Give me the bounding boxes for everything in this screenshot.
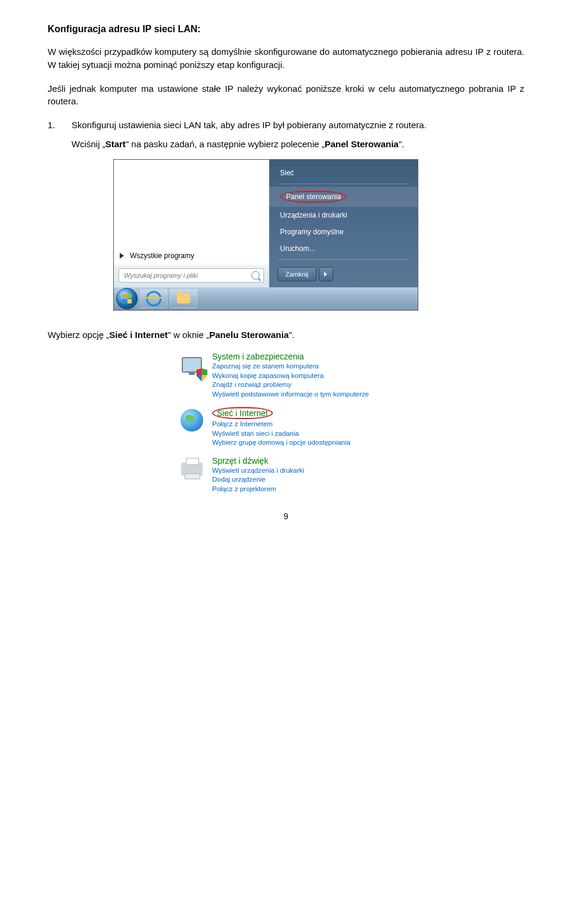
- control-panel-screenshot: System i zabezpieczenia Zapoznaj się ze …: [179, 352, 524, 494]
- red-oval-highlight: Sieć i Internet: [212, 407, 273, 419]
- taskbar-ie-button[interactable]: [140, 289, 167, 308]
- text: " w oknie „: [168, 330, 210, 340]
- cp-category-hardware[interactable]: Sprzęt i dźwięk Wyświetl urządzenia i dr…: [179, 456, 524, 494]
- ie-icon: [146, 291, 161, 306]
- startmenu-left-pane: Wszystkie programy: [114, 160, 269, 287]
- all-programs-item[interactable]: Wszystkie programy: [120, 249, 194, 262]
- after-menu-instruction: Wybierz opcję „Sieć i Internet" w oknie …: [48, 328, 524, 342]
- step-body: Skonfiguruj ustawienia sieci LAN tak, ab…: [72, 119, 524, 132]
- cp-network-icon: [179, 407, 205, 433]
- red-circle-highlight: Panel sterowania: [280, 191, 347, 203]
- cp-link[interactable]: Dodaj urządzenie: [212, 475, 304, 485]
- cp-hardware-title[interactable]: Sprzęt i dźwięk: [212, 456, 304, 466]
- separator: [278, 259, 409, 260]
- cp-link[interactable]: Wyświetl urządzenia i drukarki: [212, 466, 304, 476]
- page-number: 9: [48, 511, 524, 521]
- cp-network-text: Sieć i Internet Połącz z Internetem Wyśw…: [212, 407, 350, 448]
- shutdown-options-button[interactable]: [319, 267, 333, 281]
- text: Wybierz opcję „: [48, 330, 109, 340]
- startmenu-item-panel[interactable]: Panel sterowania: [269, 187, 418, 207]
- cp-link[interactable]: Wykonaj kopię zapasową komputera: [212, 371, 369, 381]
- triangle-icon: [120, 253, 124, 259]
- cp-category-network[interactable]: Sieć i Internet Połącz z Internetem Wyśw…: [179, 407, 524, 448]
- cp-category-system[interactable]: System i zabezpieczenia Zapoznaj się ze …: [179, 352, 524, 399]
- start-button[interactable]: [116, 288, 138, 309]
- search-input[interactable]: [123, 271, 232, 280]
- startmenu-search-box[interactable]: [119, 268, 264, 283]
- shutdown-button[interactable]: Zamknij: [278, 267, 316, 281]
- intro-paragraph-2: Jeśli jednak komputer ma ustawione stałe…: [48, 82, 524, 108]
- chevron-right-icon: [324, 272, 327, 277]
- startmenu-item-run[interactable]: Uruchom...: [269, 240, 418, 257]
- bold-net: Sieć i Internet: [109, 330, 167, 340]
- shutdown-row: Zamknij: [269, 262, 418, 287]
- startmenu: Wszystkie programy Sieć Panel sterowania…: [114, 160, 418, 287]
- all-programs-label: Wszystkie programy: [130, 252, 194, 260]
- cp-hardware-icon: [179, 456, 205, 482]
- startmenu-item-devices[interactable]: Urządzenia i drukarki: [269, 207, 418, 224]
- intro-paragraph-1: W większości przypadków komputery są dom…: [48, 45, 524, 72]
- cp-link[interactable]: Znajdź i rozwiąż problemy: [212, 380, 369, 390]
- cp-system-text: System i zabezpieczenia Zapoznaj się ze …: [212, 352, 369, 399]
- cp-link[interactable]: Połącz z Internetem: [212, 420, 350, 429]
- text: " na pasku zadań, a następnie wybierz po…: [126, 139, 325, 149]
- globe-icon: [181, 409, 203, 432]
- taskbar-explorer-button[interactable]: [170, 289, 197, 308]
- cp-network-title[interactable]: Sieć i Internet: [212, 407, 350, 419]
- startmenu-search-row: [114, 265, 269, 287]
- cp-hardware-text: Sprzęt i dźwięk Wyświetl urządzenia i dr…: [212, 456, 304, 494]
- bold-panel: Panel Sterowania: [325, 139, 399, 149]
- bold-start: Start: [105, 139, 126, 149]
- startmenu-item-default-programs[interactable]: Programy domyślne: [269, 224, 418, 240]
- startmenu-item-siec[interactable]: Sieć: [269, 165, 418, 181]
- step-1: 1. Skonfiguruj ustawienia sieci LAN tak,…: [48, 119, 524, 132]
- cp-link[interactable]: Wybierz grupę domową i opcje udostępnian…: [212, 438, 350, 448]
- text: ".: [289, 330, 295, 340]
- search-icon: [251, 271, 260, 280]
- text: ".: [399, 139, 405, 149]
- text: Wciśnij „: [72, 139, 105, 149]
- cp-link[interactable]: Połącz z projektorem: [212, 485, 304, 494]
- startmenu-right-pane: Sieć Panel sterowania Urządzenia i druka…: [269, 160, 418, 287]
- section-heading: Konfiguracja adresu IP sieci LAN:: [48, 24, 524, 35]
- shield-icon: [196, 368, 207, 382]
- startmenu-screenshot: Wszystkie programy Sieć Panel sterowania…: [113, 159, 418, 311]
- step-1-substep: Wciśnij „Start" na pasku zadań, a następ…: [72, 138, 524, 151]
- printer-icon: [181, 463, 203, 476]
- cp-system-title[interactable]: System i zabezpieczenia: [212, 352, 369, 361]
- taskbar: [114, 287, 418, 310]
- cp-link[interactable]: Wyświetl stan sieci i zadania: [212, 429, 350, 439]
- cp-link[interactable]: Wyświetl podstawowe informacje o tym kom…: [212, 390, 369, 399]
- startmenu-left-top: Wszystkie programy: [114, 160, 269, 265]
- step-number: 1.: [48, 119, 72, 132]
- cp-system-icon: [179, 352, 205, 378]
- cp-link[interactable]: Zapoznaj się ze stanem komputera: [212, 362, 369, 371]
- folder-icon: [177, 294, 190, 303]
- bold-panel2: Panelu Sterowania: [209, 330, 288, 340]
- separator: [278, 184, 409, 184]
